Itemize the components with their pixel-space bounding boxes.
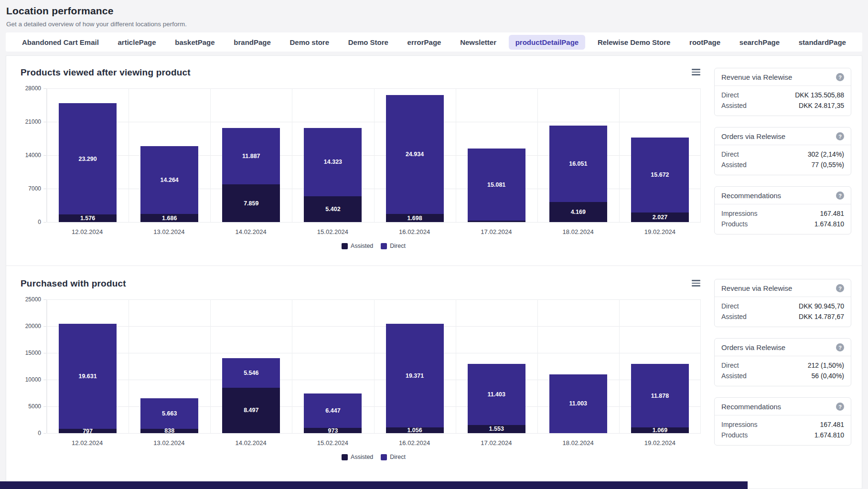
bar-value-label: 19.631	[59, 373, 117, 380]
legend-label: Direct	[390, 454, 406, 460]
help-icon[interactable]: ?	[836, 73, 844, 81]
legend-item-assisted[interactable]: Assisted	[342, 454, 373, 460]
legend-label: Assisted	[351, 243, 373, 249]
x-axis-label: 12.02.2024	[46, 228, 128, 235]
stat-card-recommendations: Recommendations?Impressions167.481Produc…	[714, 397, 851, 446]
bar-value-label: 1.553	[468, 425, 525, 432]
direct-segment: 19.371	[386, 324, 444, 427]
menu-bar	[692, 285, 700, 287]
bar-slot: 11.003	[537, 374, 619, 433]
bar-12-02-2024[interactable]: 19.631797	[59, 324, 117, 433]
stat-cards: Revenue via Relewise?DirectDKK 135.505,8…	[714, 67, 851, 249]
y-axis-tick: 15000	[25, 350, 41, 356]
bar-14-02-2024[interactable]: 5.5468.497	[222, 358, 280, 433]
card-header: Revenue via Relewise?	[715, 279, 851, 297]
x-axis-label: 16.02.2024	[374, 228, 455, 235]
location-performance-page: Location performance Get a detailed over…	[0, 0, 868, 489]
card-row-label: Direct	[721, 301, 739, 311]
main-content: Products viewed after viewing product070…	[6, 55, 862, 489]
card-row-value: 212 (1,50%)	[808, 360, 844, 371]
bar-value-label: 11.887	[222, 153, 280, 159]
tab-newsletter[interactable]: Newsletter	[453, 35, 503, 50]
tab-searchpage[interactable]: searchPage	[733, 35, 786, 50]
help-icon[interactable]: ?	[836, 284, 844, 292]
hamburger-menu-icon[interactable]	[691, 67, 701, 77]
chart-column: Purchased with product050001000015000200…	[21, 278, 701, 460]
bar-value-label: 11.403	[468, 391, 525, 398]
bar-16-02-2024[interactable]: 24.9341.698	[386, 95, 444, 222]
assisted-segment	[468, 221, 525, 222]
chart-column: Products viewed after viewing product070…	[21, 67, 701, 249]
bar-18-02-2024[interactable]: 16.0514.169	[549, 126, 607, 222]
card-body: Impressions167.481Products1.674.810	[715, 415, 851, 445]
bar-12-02-2024[interactable]: 23.2901.576	[59, 103, 117, 222]
card-row-label: Assisted	[721, 159, 747, 170]
hamburger-menu-icon[interactable]	[691, 278, 701, 288]
help-icon[interactable]: ?	[836, 403, 844, 411]
legend-item-direct[interactable]: Direct	[381, 243, 406, 249]
direct-segment: 5.546	[222, 358, 280, 388]
location-tabs: Abandoned Cart EmailarticlePagebasketPag…	[6, 32, 862, 52]
bar-15-02-2024[interactable]: 14.3235.402	[304, 128, 362, 222]
bar-value-label: 11.878	[631, 393, 689, 399]
direct-segment: 14.264	[140, 146, 198, 214]
card-row-products: Products1.674.810	[721, 219, 844, 229]
menu-bar	[692, 280, 700, 281]
tab-demo-store[interactable]: Demo store	[283, 35, 336, 50]
legend-item-direct[interactable]: Direct	[381, 454, 406, 460]
page-header: Location performance Get a detailed over…	[0, 0, 868, 28]
help-icon[interactable]: ?	[836, 343, 844, 351]
card-title: Recommendations	[721, 191, 781, 200]
bar-slot: 5.663838	[129, 398, 210, 433]
bar-19-02-2024[interactable]: 15.6722.027	[631, 138, 689, 222]
bar-17-02-2024[interactable]: 11.4031.553	[468, 364, 525, 433]
y-axis-tick: 28000	[25, 85, 41, 92]
card-title: Orders via Relewise	[721, 132, 785, 140]
card-header: Recommendations?	[715, 187, 851, 204]
bar-slot: 16.0514.169	[537, 126, 619, 222]
tab-brandpage[interactable]: brandPage	[227, 35, 278, 50]
tab-standardpage[interactable]: standardPage	[792, 35, 853, 50]
bar-19-02-2024[interactable]: 11.8781.069	[631, 364, 689, 433]
bar-value-label: 11.003	[549, 400, 607, 407]
help-icon[interactable]: ?	[836, 191, 844, 200]
bar-value-label: 5.546	[222, 370, 280, 376]
card-body: DirectDKK 135.505,88AssistedDKK 24.817,3…	[715, 86, 851, 116]
direct-segment: 5.663	[140, 398, 198, 428]
card-row-value: 302 (2,14%)	[808, 149, 844, 159]
assisted-segment: 838	[140, 429, 198, 433]
bar-14-02-2024[interactable]: 11.8877.859	[222, 128, 280, 222]
chart-title: Products viewed after viewing product	[21, 67, 191, 78]
bar-value-label: 6.447	[304, 407, 362, 414]
card-row-impressions: Impressions167.481	[721, 208, 844, 219]
bar-slot: 19.3711.056	[374, 324, 456, 433]
bar-18-02-2024[interactable]: 11.003	[549, 374, 607, 433]
tab-abandoned-cart-email[interactable]: Abandoned Cart Email	[15, 35, 106, 50]
tab-rootpage[interactable]: rootPage	[683, 35, 727, 50]
tab-productdetailpage[interactable]: productDetailPage	[509, 35, 586, 50]
card-row-value: 56 (0,40%)	[812, 371, 844, 381]
x-axis-label: 17.02.2024	[455, 439, 537, 446]
bar-value-label: 1.698	[386, 215, 444, 222]
tab-errorpage[interactable]: errorPage	[401, 35, 448, 50]
x-axis: 12.02.202413.02.202414.02.202415.02.2024…	[46, 228, 701, 235]
bar-slot: 24.9341.698	[374, 95, 456, 222]
bar-13-02-2024[interactable]: 5.663838	[140, 398, 198, 433]
bar-17-02-2024[interactable]: 15.081	[468, 149, 525, 222]
card-body: DirectDKK 90.945,70AssistedDKK 14.787,67	[715, 297, 851, 327]
tab-demo-store[interactable]: Demo Store	[342, 35, 395, 50]
bar-15-02-2024[interactable]: 6.447973	[304, 393, 362, 433]
card-row-label: Direct	[721, 360, 739, 371]
tab-relewise-demo-store[interactable]: Relewise Demo Store	[591, 35, 677, 50]
x-axis-label: 12.02.2024	[46, 439, 128, 446]
tab-articlepage[interactable]: articlePage	[111, 35, 163, 50]
help-icon[interactable]: ?	[836, 132, 844, 140]
bar-16-02-2024[interactable]: 19.3711.056	[386, 324, 444, 433]
card-row-value: DKK 14.787,67	[799, 311, 844, 322]
direct-segment: 14.323	[304, 128, 362, 196]
legend-item-assisted[interactable]: Assisted	[342, 243, 373, 249]
assisted-segment: 1.056	[386, 427, 444, 433]
bar-13-02-2024[interactable]: 14.2641.686	[140, 146, 198, 222]
tab-basketpage[interactable]: basketPage	[168, 35, 221, 50]
assisted-segment: 4.169	[549, 202, 607, 222]
